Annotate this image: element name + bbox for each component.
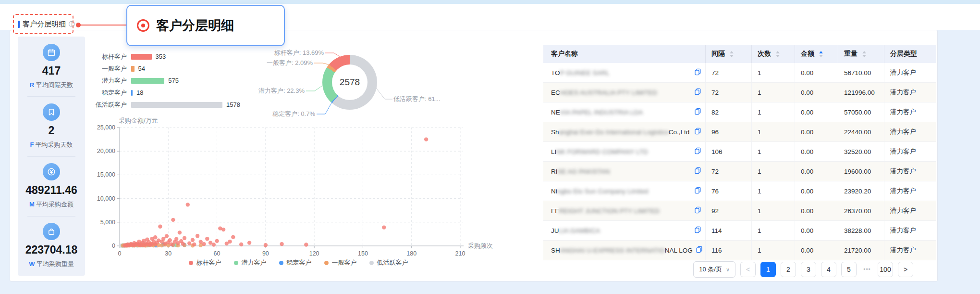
legend-label: 标杆客户 — [196, 258, 221, 267]
customer-name-cell: JULIA GAMBICA — [543, 221, 706, 240]
page-button-100[interactable]: 100 — [878, 262, 893, 277]
tier-cell: 潜力客户 — [884, 221, 936, 240]
weight-cell: 57050.00 — [838, 102, 884, 122]
interval-cell: 114 — [706, 221, 752, 240]
pages-ellipsis[interactable]: ••• — [861, 266, 873, 273]
column-header-2[interactable]: 间隔 — [706, 45, 752, 63]
copy-icon[interactable] — [693, 246, 703, 255]
copy-icon[interactable] — [691, 128, 701, 136]
interval-cell: 72 — [706, 83, 752, 102]
copy-icon[interactable] — [691, 226, 701, 235]
bar-value: 18 — [136, 89, 143, 96]
column-header-5[interactable]: 重量 — [838, 45, 884, 63]
column-header-1: 客户名称 — [543, 45, 706, 63]
table-header-row: 客户名称间隔次数金额重量分层类型 — [543, 45, 936, 63]
sort-carets-icon[interactable] — [819, 51, 823, 57]
kpi-value: 2 — [49, 124, 55, 137]
customer-name-cell: LINK FORWARD COMPANY LTD — [543, 142, 706, 161]
next-page-button[interactable]: > — [898, 262, 913, 277]
interval-cell: 76 — [706, 181, 752, 201]
customer-name-cell: RISE AG PAKISTAN — [543, 162, 706, 181]
donut-label-general: 一般客户: 2.09% — [229, 60, 313, 66]
page-size-select[interactable]: 10 条/页∨ — [693, 261, 735, 278]
bar-category-label: 潜力客户 — [96, 77, 127, 85]
weight-cell: 21720.00 — [838, 241, 884, 260]
page-button-1[interactable]: 1 — [760, 262, 776, 277]
copy-icon[interactable] — [691, 147, 701, 156]
page-button-3[interactable]: 3 — [801, 262, 816, 277]
bookmark-icon — [43, 103, 60, 121]
page-button-4[interactable]: 4 — [821, 262, 836, 277]
legend-label: 低活跃客户 — [377, 258, 408, 267]
bar — [131, 102, 222, 108]
pagination: 10 条/页∨<12345•••100> — [543, 261, 913, 278]
column-header-4[interactable]: 金额 — [795, 45, 838, 63]
tier-cell: 潜力客户 — [884, 102, 936, 122]
sort-carets-icon[interactable] — [730, 51, 734, 57]
tier-cell: 潜力客户 — [884, 63, 936, 82]
page-button-2[interactable]: 2 — [781, 262, 796, 277]
copy-icon[interactable] — [691, 108, 701, 116]
kpi-item-f: 2 F平均采购天数 — [18, 96, 85, 156]
blue-title-bar — [18, 21, 20, 28]
copy-icon[interactable] — [691, 206, 701, 215]
svg-text:0: 0 — [112, 243, 115, 249]
column-label: 重量 — [844, 50, 858, 58]
bar — [131, 78, 164, 84]
legend-item[interactable]: 潜力客户 — [234, 258, 267, 267]
times-cell: 1 — [752, 181, 795, 201]
copy-icon[interactable] — [691, 88, 701, 97]
page-size-value: 10 条/页 — [699, 265, 722, 274]
table-row: TOP GUINEE SARL7210.0056710.00潜力客户 — [543, 63, 936, 83]
kpi-label: F平均采购天数 — [30, 141, 73, 149]
page-button-5[interactable]: 5 — [841, 262, 857, 277]
tier-cell: 潜力客户 — [884, 83, 936, 102]
tier-cell: 潜力客户 — [884, 162, 936, 181]
bar-value: 1578 — [226, 101, 240, 108]
legend-dot-icon — [369, 261, 374, 265]
chevron-down-icon: ∨ — [726, 267, 730, 273]
customer-name-cell: Shanghai Ever-Do International Logistics… — [543, 122, 706, 141]
section-tag-label: 客户分层明细 — [23, 20, 66, 29]
sort-carets-icon[interactable] — [862, 51, 866, 57]
bar-value: 54 — [138, 65, 145, 72]
legend-dot-icon — [189, 261, 193, 265]
interval-cell: 116 — [706, 241, 752, 260]
customer-name-cell: Ningbo Elo Sun Company Limited — [543, 181, 706, 201]
customer-table: 客户名称间隔次数金额重量分层类型 TOP GUINEE SARL7210.005… — [543, 45, 936, 260]
svg-text:20,000: 20,000 — [97, 148, 115, 154]
bar-category-label: 低活跃客户 — [96, 101, 127, 109]
bar — [131, 66, 135, 72]
info-icon[interactable]: ⓘ — [69, 21, 75, 27]
tier-cell: 潜力客户 — [884, 181, 936, 201]
donut-label-potential: 潜力客户: 22.3% — [220, 88, 305, 94]
page-top-strip — [0, 0, 980, 4]
legend-label: 潜力客户 — [242, 258, 267, 267]
bar — [131, 90, 133, 96]
calendar-icon — [43, 44, 60, 61]
legend-item[interactable]: 稳定客户 — [279, 258, 312, 267]
interval-cell: 72 — [706, 162, 752, 181]
section-tag[interactable]: 客户分层明细 ⓘ — [13, 14, 74, 34]
sort-carets-icon[interactable] — [776, 51, 780, 57]
amount-cell: 0.00 — [795, 83, 838, 102]
column-header-3[interactable]: 次数 — [752, 45, 795, 63]
table-row: Shanghai Ever-Do International Logistics… — [543, 122, 936, 142]
kpi-item-w: 223704.18 W平均采购重量 — [18, 216, 85, 276]
copy-icon[interactable] — [691, 68, 701, 77]
svg-text:5,000: 5,000 — [100, 219, 115, 226]
interval-cell: 96 — [706, 122, 752, 141]
copy-icon[interactable] — [691, 167, 701, 176]
legend-item[interactable]: 标杆客户 — [189, 258, 221, 267]
legend-item[interactable]: 一般客户 — [324, 258, 357, 267]
svg-text:0: 0 — [118, 250, 122, 257]
kpi-label: W平均采购重量 — [29, 260, 74, 268]
customer-name-cell: NEVIA PAPEL INDUSTRIA LDA — [543, 102, 706, 122]
rfm-scatter-plot: 030609012015018021005,00010,00015,00020,… — [82, 117, 514, 261]
svg-text:150: 150 — [358, 250, 368, 257]
legend-item[interactable]: 低活跃客户 — [369, 258, 408, 267]
copy-icon[interactable] — [691, 187, 701, 195]
customer-tier-dashboard: 客户分层明细 ⓘ 客户分层明细 417 R平均间隔天数 2 F平均采购天数 — [0, 0, 980, 294]
prev-page-button[interactable]: < — [740, 262, 756, 277]
bar-value: 575 — [168, 77, 179, 84]
